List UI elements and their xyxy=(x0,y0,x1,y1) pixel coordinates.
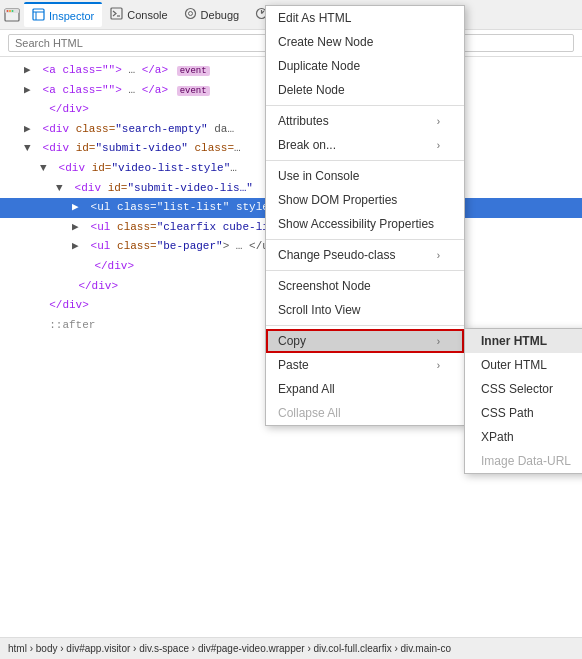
menu-item-screenshot-node[interactable]: Screenshot Node xyxy=(266,274,464,298)
submenu-arrow-icon: › xyxy=(437,360,440,371)
console-tab-icon xyxy=(110,7,123,22)
context-menu: Edit As HTML Create New Node Duplicate N… xyxy=(265,5,465,426)
svg-point-11 xyxy=(188,12,192,16)
menu-item-attributes[interactable]: Attributes › xyxy=(266,109,464,133)
submenu-arrow-icon: › xyxy=(437,140,440,151)
tab-inspector[interactable]: Inspector xyxy=(24,2,102,27)
event-badge: event xyxy=(177,86,210,96)
expand-arrow: ▼ xyxy=(56,180,66,198)
inspector-tab-icon xyxy=(32,8,45,23)
copy-submenu: Inner HTML Outer HTML CSS Selector CSS P… xyxy=(464,328,582,474)
devtools-icon-area xyxy=(4,7,20,23)
menu-item-scroll-into-view[interactable]: Scroll Into View xyxy=(266,298,464,322)
breadcrumb-path: html › body › div#app.visitor › div.s-sp… xyxy=(8,643,451,654)
menu-item-delete-node[interactable]: Delete Node xyxy=(266,78,464,102)
expand-arrow: ▼ xyxy=(24,140,34,158)
menu-separator xyxy=(266,270,464,271)
menu-separator xyxy=(266,160,464,161)
menu-item-use-in-console[interactable]: Use in Console xyxy=(266,164,464,188)
svg-point-10 xyxy=(185,9,195,19)
menu-item-duplicate-node[interactable]: Duplicate Node xyxy=(266,54,464,78)
submenu-item-image-data-url: Image Data-URL xyxy=(465,449,582,473)
submenu-arrow-icon: › xyxy=(437,336,440,347)
svg-point-3 xyxy=(9,10,11,12)
tab-inspector-label: Inspector xyxy=(49,10,94,22)
expand-arrow: ▶ xyxy=(24,62,34,80)
menu-item-paste[interactable]: Paste › xyxy=(266,353,464,377)
tab-debugger[interactable]: Debugg xyxy=(176,3,248,26)
devtools-logo-icon xyxy=(4,7,20,23)
menu-item-show-accessibility[interactable]: Show Accessibility Properties xyxy=(266,212,464,236)
event-badge: event xyxy=(177,66,210,76)
svg-rect-5 xyxy=(33,9,44,20)
menu-item-edit-html[interactable]: Edit As HTML xyxy=(266,6,464,30)
devtools-panel: Inspector Console Debugg xyxy=(0,0,582,659)
menu-item-create-node[interactable]: Create New Node xyxy=(266,30,464,54)
submenu-item-outer-html[interactable]: Outer HTML xyxy=(465,353,582,377)
expand-arrow: ▶ xyxy=(24,82,34,100)
submenu-arrow-icon: › xyxy=(437,250,440,261)
expand-arrow: ▼ xyxy=(40,160,50,178)
menu-item-expand-all[interactable]: Expand All xyxy=(266,377,464,401)
debug-tab-icon xyxy=(184,7,197,22)
menu-item-show-dom-props[interactable]: Show DOM Properties xyxy=(266,188,464,212)
menu-item-change-pseudo[interactable]: Change Pseudo-class › xyxy=(266,243,464,267)
expand-arrow: ▶ xyxy=(72,199,82,217)
tab-console-label: Console xyxy=(127,9,167,21)
expand-arrow: ▶ xyxy=(24,121,34,139)
menu-separator xyxy=(266,325,464,326)
svg-point-4 xyxy=(12,10,14,12)
menu-separator xyxy=(266,105,464,106)
menu-item-break-on[interactable]: Break on... › xyxy=(266,133,464,157)
menu-item-collapse-all: Collapse All xyxy=(266,401,464,425)
menu-separator xyxy=(266,239,464,240)
submenu-item-inner-html[interactable]: Inner HTML xyxy=(465,329,582,353)
submenu-arrow-icon: › xyxy=(437,116,440,127)
tab-console[interactable]: Console xyxy=(102,3,175,26)
submenu-item-xpath[interactable]: XPath xyxy=(465,425,582,449)
expand-arrow: ▶ xyxy=(72,238,82,256)
expand-arrow: ▶ xyxy=(72,219,82,237)
tab-debugger-label: Debugg xyxy=(201,9,240,21)
submenu-item-css-selector[interactable]: CSS Selector xyxy=(465,377,582,401)
menu-item-copy[interactable]: Copy › Inner HTML Outer HTML CSS Selecto… xyxy=(266,329,464,353)
svg-point-2 xyxy=(7,10,9,12)
status-bar: html › body › div#app.visitor › div.s-sp… xyxy=(0,637,582,659)
submenu-item-css-path[interactable]: CSS Path xyxy=(465,401,582,425)
